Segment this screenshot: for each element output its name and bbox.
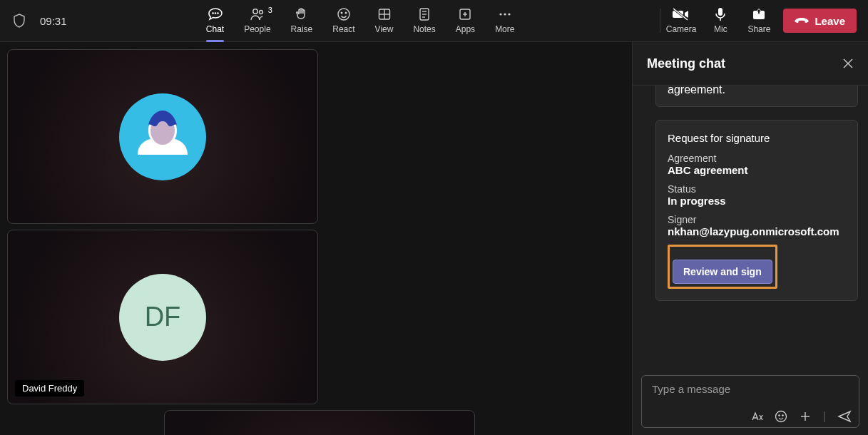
composer-divider: | — [823, 410, 826, 423]
leave-button[interactable]: Leave — [783, 9, 857, 33]
meeting-content: DF David Freddy SK Suzzane Khan Meeting … — [0, 42, 868, 435]
tab-apps[interactable]: Apps — [456, 4, 475, 37]
tab-view[interactable]: View — [375, 4, 394, 37]
tab-chat[interactable]: Chat — [206, 4, 224, 37]
people-icon: 3 — [250, 7, 265, 21]
share-label: Share — [747, 24, 770, 34]
top-bar-left: 09:31 — [0, 14, 67, 28]
camera-label: Camera — [666, 24, 697, 34]
card-title: Request for signature — [668, 132, 846, 144]
tab-people-label: People — [244, 24, 270, 34]
chat-title: Meeting chat — [647, 56, 725, 71]
raise-hand-icon — [295, 7, 309, 21]
avatar-image — [119, 93, 206, 180]
meeting-timer: 09:31 — [40, 15, 67, 27]
tab-notes-label: Notes — [413, 24, 435, 34]
participant-name-text: David Freddy — [22, 383, 77, 394]
svg-point-18 — [499, 13, 501, 15]
format-icon[interactable] — [750, 411, 763, 422]
tab-apps-label: Apps — [456, 24, 475, 34]
chat-panel: Meeting chat agreement. Request for sign… — [632, 42, 868, 435]
close-chat-button[interactable] — [842, 58, 854, 69]
message-box[interactable]: Type a message | — [641, 375, 859, 428]
mic-icon — [714, 7, 727, 21]
video-stage: DF David Freddy SK Suzzane Khan — [0, 42, 632, 435]
avatar-initials: DF — [119, 274, 206, 361]
svg-point-5 — [338, 9, 349, 20]
view-icon — [377, 7, 392, 21]
signature-request-card: Request for signature Agreement ABC agre… — [655, 120, 858, 301]
status-value: In progress — [668, 195, 846, 207]
review-highlight: Review and sign — [668, 245, 777, 289]
chat-message-fragment: agreement. — [655, 86, 858, 107]
emoji-icon[interactable] — [775, 410, 787, 423]
tab-more-label: More — [495, 24, 514, 34]
svg-point-1 — [215, 13, 215, 14]
message-input[interactable]: Type a message — [642, 376, 859, 410]
svg-point-7 — [345, 12, 347, 14]
chat-messages[interactable]: agreement. Request for signature Agreeme… — [633, 86, 868, 369]
camera-off-icon — [673, 7, 690, 21]
agreement-label: Agreement — [668, 153, 846, 164]
shield-icon — [13, 14, 26, 28]
camera-toggle[interactable]: Camera — [666, 4, 697, 37]
leave-label: Leave — [815, 15, 845, 27]
top-bar-center: Chat 3 People Raise React — [67, 4, 654, 37]
tab-view-label: View — [375, 24, 394, 34]
tab-people[interactable]: 3 People — [244, 4, 270, 37]
svg-rect-23 — [718, 8, 723, 16]
top-bar-right: Camera Mic Share Leave — [666, 4, 868, 37]
more-icon — [498, 7, 512, 21]
review-and-sign-button[interactable]: Review and sign — [673, 260, 772, 284]
send-icon[interactable] — [837, 410, 852, 423]
svg-point-20 — [508, 13, 510, 15]
status-label: Status — [668, 183, 846, 195]
tab-react[interactable]: React — [332, 4, 354, 37]
tab-raise[interactable]: Raise — [291, 4, 313, 37]
composer-toolbar: | — [642, 410, 859, 427]
people-count-badge: 3 — [268, 6, 272, 14]
svg-point-35 — [779, 415, 780, 416]
agreement-value: ABC agreement — [668, 164, 846, 176]
svg-point-36 — [782, 415, 783, 416]
tab-react-label: React — [332, 24, 354, 34]
signer-label: Signer — [668, 214, 846, 225]
mic-label: Mic — [714, 24, 727, 34]
meeting-top-bar: 09:31 Chat 3 People Raise — [0, 0, 868, 42]
tab-notes[interactable]: Notes — [413, 4, 435, 37]
svg-point-34 — [775, 411, 786, 422]
tab-raise-label: Raise — [291, 24, 313, 34]
hangup-icon — [795, 16, 809, 26]
chat-panel-header: Meeting chat — [633, 42, 868, 86]
participant-name-label: David Freddy — [15, 380, 84, 396]
share-icon — [752, 7, 766, 21]
teams-meeting-window: 09:31 Chat 3 People Raise — [0, 0, 868, 435]
svg-point-3 — [253, 9, 257, 14]
participant-tile-2[interactable]: DF David Freddy — [7, 230, 318, 404]
svg-point-2 — [217, 13, 218, 14]
tab-chat-label: Chat — [206, 24, 224, 34]
notes-icon — [418, 7, 431, 21]
participant-tile-3[interactable]: SK Suzzane Khan — [164, 410, 475, 435]
svg-point-4 — [259, 11, 262, 14]
share-toggle[interactable]: Share — [745, 4, 773, 37]
signer-value: nkhan@lazypug.onmicrosoft.com — [668, 225, 846, 237]
svg-point-19 — [504, 13, 506, 15]
participant-tile-1[interactable] — [7, 49, 318, 224]
apps-icon — [458, 7, 472, 21]
svg-point-0 — [212, 13, 213, 14]
svg-point-6 — [341, 12, 342, 14]
fragment-text: agreement. — [668, 86, 846, 96]
react-icon — [337, 7, 351, 21]
chat-composer: Type a message | — [633, 369, 868, 435]
toolbar-separator — [660, 9, 660, 33]
mic-toggle[interactable]: Mic — [706, 4, 735, 37]
tab-more[interactable]: More — [495, 4, 514, 37]
chat-icon — [208, 7, 223, 21]
attach-icon[interactable] — [799, 410, 812, 423]
